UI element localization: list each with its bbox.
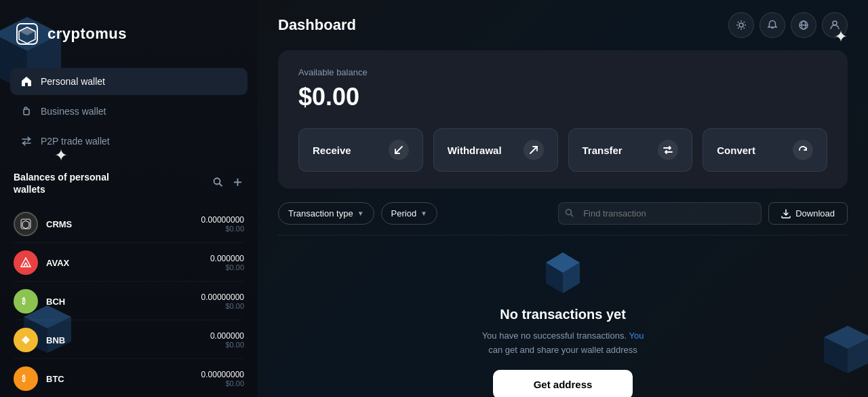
wallet-item-bnb[interactable]: BNB 0.000000 $0.00 [14, 322, 244, 359]
transactions-toolbar: Transaction type ▼ Period ▼ [278, 202, 848, 225]
language-button[interactable] [791, 12, 816, 38]
search-wallets-button[interactable] [212, 176, 224, 191]
wallet-item-btc[interactable]: ₿ BTC 0.00000000 $0.00 [14, 360, 244, 397]
svg-point-42 [566, 209, 572, 214]
convert-button[interactable]: Convert [703, 128, 827, 172]
download-button[interactable]: Download [768, 202, 848, 225]
download-label: Download [795, 208, 835, 219]
wallet-item-crms[interactable]: CRMS 0.00000000 $0.00 [14, 206, 244, 243]
empty-state-cube [539, 249, 587, 297]
empty-state: No transactions yet You have no successf… [278, 235, 848, 397]
svg-line-33 [744, 28, 745, 29]
empty-title: No transactions yet [500, 307, 626, 322]
svg-line-34 [744, 22, 745, 23]
transfer-icon [658, 140, 678, 160]
svg-line-9 [220, 183, 222, 186]
svg-marker-13 [22, 221, 29, 229]
period-filter[interactable]: Period ▼ [381, 202, 437, 225]
transaction-type-label: Transaction type [288, 208, 353, 219]
get-address-label: Get address [534, 379, 593, 390]
main-content: Dashboard [258, 0, 868, 397]
page-title: Dashboard [278, 16, 356, 34]
balances-section: Balances of personal wallets [0, 157, 258, 397]
svg-point-39 [833, 21, 837, 25]
wallet-list: CRMS 0.00000000 $0.00 AVAX 0.000000 [14, 206, 244, 397]
sidebar-item-p2p-trade-wallet[interactable]: P2P trade wallet [10, 128, 248, 155]
svg-line-40 [395, 147, 402, 153]
brightness-button[interactable] [728, 12, 754, 38]
coin-usd-bch: $0.00 [201, 302, 244, 310]
svg-line-35 [738, 28, 739, 29]
receive-button[interactable]: Receive [298, 128, 423, 172]
svg-line-32 [738, 22, 739, 23]
receive-label: Receive [313, 145, 351, 156]
notifications-button[interactable] [760, 12, 785, 38]
transaction-type-chevron: ▼ [357, 210, 364, 217]
coin-amount-avax: 0.000000 [210, 254, 244, 263]
svg-rect-7 [24, 109, 29, 115]
svg-text:₿: ₿ [22, 297, 26, 305]
withdrawal-icon [524, 140, 544, 160]
period-label: Period [391, 208, 417, 219]
empty-text: You have no successful transactions. You… [482, 329, 644, 358]
wallet-item-avax[interactable]: AVAX 0.000000 $0.00 [14, 244, 244, 282]
balances-title: Balances of personal wallets [14, 171, 129, 195]
convert-label: Convert [717, 145, 755, 156]
period-chevron: ▼ [420, 210, 427, 217]
transfer-button[interactable]: Transfer [568, 128, 693, 172]
coin-usd-bnb: $0.00 [210, 341, 244, 349]
search-input[interactable] [558, 202, 762, 225]
coin-amount-crms: 0.00000000 [201, 215, 244, 225]
star-decoration-right: ✦ [834, 27, 848, 46]
transactions-section: Transaction type ▼ Period ▼ [278, 202, 848, 397]
coin-symbol-bnb: BNB [46, 335, 202, 345]
coin-symbol-bch: BCH [46, 297, 193, 307]
balance-label: Available balance [298, 67, 827, 77]
personal-wallet-label: Personal wallet [41, 76, 105, 87]
svg-line-15 [24, 263, 26, 267]
svg-marker-6 [19, 27, 35, 35]
coin-amount-bch: 0.00000000 [201, 292, 244, 302]
business-wallet-label: Business wallet [41, 106, 106, 117]
transfer-label: Transfer [583, 145, 623, 156]
balance-card: Available balance $0.00 Receive Withdraw… [278, 50, 848, 189]
coin-amount-bnb: 0.000000 [210, 331, 244, 341]
sidebar: cryptomus Personal wallet Business walle… [0, 0, 258, 397]
action-buttons: Receive Withdrawal Trans [298, 128, 827, 172]
coin-symbol-btc: BTC [46, 374, 193, 384]
withdrawal-button[interactable]: Withdrawal [433, 128, 558, 172]
search-icon [565, 208, 574, 219]
sidebar-nav: Personal wallet Business wallet P2P trad… [0, 68, 258, 155]
transaction-type-filter[interactable]: Transaction type ▼ [278, 202, 374, 225]
wallet-item-bch[interactable]: ₿ BCH 0.00000000 $0.00 [14, 283, 244, 320]
coin-usd-crms: $0.00 [201, 225, 244, 233]
top-bar: Dashboard [258, 0, 868, 50]
empty-text-link: You [629, 330, 644, 341]
coin-symbol-crms: CRMS [46, 219, 193, 229]
svg-marker-14 [21, 258, 31, 267]
empty-text-part1: You have no successful transactions. [482, 330, 629, 341]
coin-symbol-avax: AVAX [46, 258, 202, 268]
svg-line-16 [26, 263, 28, 267]
p2p-wallet-label: P2P trade wallet [41, 136, 110, 147]
svg-point-8 [214, 178, 220, 184]
coin-amount-btc: 0.00000000 [201, 370, 244, 379]
receive-icon [389, 140, 409, 160]
top-bar-actions [728, 12, 848, 38]
arrows-icon [20, 135, 33, 147]
app-name: cryptomus [47, 25, 127, 43]
coin-usd-btc: $0.00 [201, 379, 244, 387]
withdrawal-label: Withdrawal [448, 145, 502, 156]
add-wallet-button[interactable] [231, 176, 244, 191]
sidebar-item-business-wallet[interactable]: Business wallet [10, 98, 248, 125]
svg-point-27 [739, 23, 743, 27]
briefcase-icon [20, 105, 33, 117]
convert-icon [793, 140, 813, 160]
sidebar-item-personal-wallet[interactable]: Personal wallet [10, 68, 248, 95]
empty-text-part2: can get and share your wallet address [488, 345, 637, 355]
get-address-button[interactable]: Get address [493, 370, 633, 397]
logo-icon [14, 20, 41, 48]
transaction-search-bar [558, 202, 762, 225]
svg-text:₿: ₿ [22, 375, 26, 383]
coin-usd-avax: $0.00 [210, 263, 244, 271]
